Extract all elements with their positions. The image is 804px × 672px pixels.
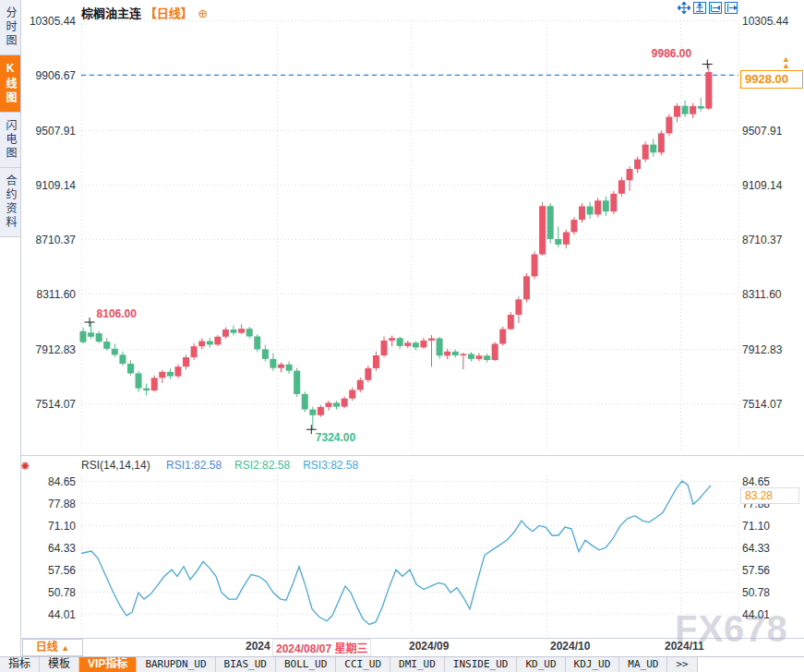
indicator-tab-5[interactable]: BIAS_UD [216, 657, 276, 672]
last-price-badge: 9928.00 [740, 70, 803, 89]
chart-header: 棕榈油主连 【日线】 ⊕ [81, 4, 208, 21]
rsi-axis-label: 84.65 [742, 475, 803, 488]
instrument-title: 棕榈油主连 [81, 6, 141, 20]
rsi-axis-label: 57.56 [742, 564, 803, 577]
sidebar-tab-3[interactable]: 闪电图 [0, 113, 20, 168]
price-axis-label: 7514.07 [742, 398, 803, 411]
rsi-axis-label: 44.01 [742, 608, 803, 621]
indicator-tab-2[interactable]: 模板 [40, 657, 79, 672]
price-annotation: 8106.00 [97, 307, 137, 320]
fit-horizontal-icon[interactable] [709, 2, 722, 14]
indicator-tab-7[interactable]: CCI_UD [336, 657, 390, 672]
more-indicators-button[interactable]: >> [667, 657, 697, 672]
rsi-readout-2: RSI2:82.58 [234, 459, 290, 472]
chevron-up-icon: ▲ [61, 643, 69, 653]
period-tag: 【日线】 [145, 6, 193, 20]
price-axis-label: 10305.44 [18, 15, 76, 28]
pan-crosshair-icon[interactable] [678, 2, 690, 14]
rsi-title: RSI(14,14,14) [81, 459, 150, 472]
add-compare-icon[interactable]: ⊕ [198, 6, 208, 20]
x-axis-tick: 2024/11 [665, 640, 704, 653]
indicator-tab-10[interactable]: KD_UD [517, 657, 565, 672]
indicator-tab-4[interactable]: BARUPDN_UD [137, 657, 215, 672]
x-axis-tick: 2024/09 [409, 640, 449, 653]
rsi-axis-label: 50.78 [18, 586, 76, 599]
chart-type-sidebar: 分时图K线图闪电图合约资料 [0, 0, 21, 672]
rsi-axis-label: 71.10 [18, 520, 76, 533]
indicator-settings-icon[interactable]: ✺ [20, 460, 30, 473]
indicator-tab-8[interactable]: DMI_UD [390, 657, 445, 672]
crosshair-date-label: 2024/08/07 星期三 [272, 639, 371, 656]
price-axis-label: 8311.60 [742, 288, 803, 301]
indicator-toolbar: 指标模板VIP指标BARUPDN_UDBIAS_UDBOLL_UDCCI_UDD… [0, 656, 804, 672]
price-axis-label: 9109.14 [18, 179, 76, 192]
price-axis-label: 8710.37 [18, 234, 76, 246]
price-axis-label: 9507.91 [18, 125, 76, 138]
price-axis-label: 8710.37 [742, 234, 803, 246]
rsi-axis-label: 64.33 [18, 542, 76, 555]
price-axis-label: 9109.14 [742, 179, 803, 192]
price-axis-label: 7514.07 [18, 398, 76, 411]
rsi-axis-label: 57.56 [18, 564, 76, 577]
price-axis-label: 7912.83 [742, 343, 803, 356]
x-axis-tick: 2024/10 [550, 640, 590, 653]
fit-vertical-icon[interactable] [693, 2, 706, 14]
price-axis-label: 7912.83 [18, 343, 76, 356]
indicator-tab-12[interactable]: MA_UD [619, 657, 667, 672]
rsi-readout-3: RSI3:82.58 [303, 459, 358, 472]
chart-controls [678, 2, 738, 14]
rsi-last-value-badge: 83.28 [740, 487, 799, 504]
rsi-header: RSI(14,14,14) RSI1:82.58RSI2:82.58RSI3:8… [81, 459, 371, 472]
rsi-axis-label: 50.78 [742, 586, 803, 599]
sidebar-tab-1[interactable]: 分时图 [0, 0, 20, 55]
rsi-axis-label: 64.33 [742, 542, 803, 555]
indicator-tab-3[interactable]: VIP指标 [79, 657, 137, 672]
trading-app: 分时图K线图闪电图合约资料 棕榈油主连 【日线】 ⊕ [0, 0, 804, 672]
price-chart-canvas[interactable] [0, 0, 804, 672]
rsi-readout-1: RSI1:82.58 [166, 459, 222, 472]
period-selector[interactable]: 日线 ▲ [22, 639, 83, 656]
reset-view-icon[interactable] [725, 2, 738, 14]
price-axis-label: 9906.67 [18, 69, 76, 82]
indicator-tab-9[interactable]: INSIDE_UD [445, 657, 518, 672]
price-axis-label: 9507.91 [742, 125, 803, 138]
x-axis-tick: 2024 [246, 640, 270, 653]
indicator-tab-11[interactable]: KDJ_UD [566, 657, 620, 672]
price-axis-label: 8311.60 [18, 288, 76, 301]
sidebar-tab-4[interactable]: 合约资料 [0, 168, 20, 237]
rsi-axis-label: 44.01 [18, 608, 76, 621]
price-annotation: 9986.00 [652, 47, 691, 60]
indicator-tab-6[interactable]: BOLL_UD [276, 657, 336, 672]
rsi-axis-label: 84.65 [18, 475, 76, 488]
rsi-axis-label: 77.88 [18, 498, 76, 510]
price-axis-label: 10305.44 [742, 15, 803, 28]
sidebar-tab-2[interactable]: K线图 [0, 55, 20, 113]
rsi-axis-label: 71.10 [742, 520, 803, 533]
indicator-tab-1[interactable]: 指标 [0, 657, 40, 672]
price-up-arrow-icon: ▲▲ [782, 56, 790, 69]
price-annotation: 7324.00 [316, 431, 355, 444]
